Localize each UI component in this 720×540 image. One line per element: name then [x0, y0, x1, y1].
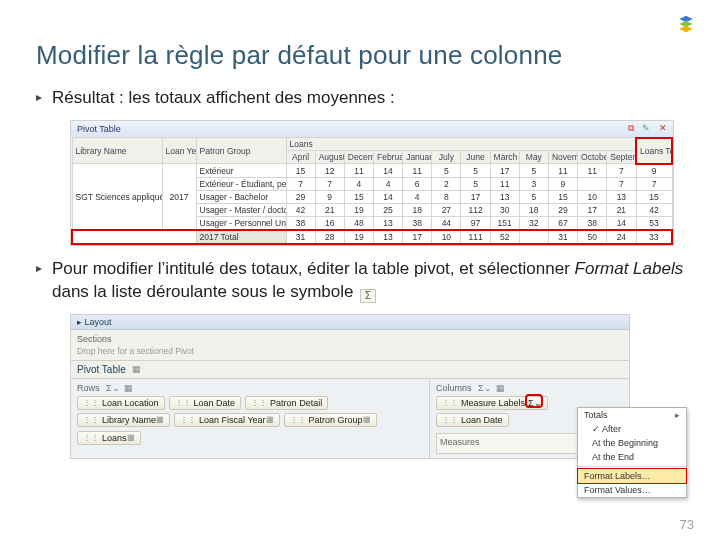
fig1-month-header: November	[548, 151, 577, 164]
bullet-mark: ▸	[36, 90, 52, 104]
svg-marker-2	[679, 26, 692, 33]
menu-after[interactable]: ✓ After	[578, 422, 686, 436]
fig1-title: Pivot Table	[77, 124, 121, 134]
properties-icon[interactable]: ▦	[496, 383, 505, 393]
pivot-table-tab[interactable]: Pivot Table	[77, 364, 126, 375]
menu-at-beginning[interactable]: At the Beginning	[578, 436, 686, 450]
fig1-month-header: April	[286, 151, 315, 164]
columns-label: Columns Σ⌄ ▦	[436, 383, 623, 393]
close-icon: ✕	[659, 123, 667, 133]
chip-loan-date[interactable]: ⋮⋮Loan Date	[436, 413, 509, 427]
fig1-month-header: June	[461, 151, 490, 164]
properties-icon[interactable]: ▦	[132, 364, 141, 374]
chip-row-header[interactable]: ⋮⋮Loan Location	[77, 396, 165, 410]
page-number: 73	[680, 517, 694, 532]
pencil-icon: ✎	[642, 123, 650, 133]
chip-measure-labels[interactable]: ⋮⋮Measure LabelsΣ⌄	[436, 396, 548, 410]
chip-row-header[interactable]: ⋮⋮Patron Detail	[245, 396, 328, 410]
grip-icon: ⋮⋮	[290, 415, 306, 424]
grip-icon: ⋮⋮	[83, 398, 99, 407]
menu-format-labels[interactable]: Format Labels…	[577, 468, 687, 484]
bullet-mark: ▸	[36, 261, 52, 275]
properties-icon[interactable]: ▦	[124, 383, 133, 393]
chip-row-value[interactable]: ⋮⋮Patron Group ▦	[284, 413, 377, 427]
sigma-dropdown-menu: Totals ✓ After At the Beginning At the E…	[577, 407, 687, 498]
fig1-month-header: October	[578, 151, 607, 164]
copy-icon: ⧉	[628, 123, 634, 133]
fig1-month-header: February	[373, 151, 402, 164]
bullet-2: Pour modifier l’intitulé des totaux, édi…	[52, 258, 684, 304]
figure-layout-panel: ▸ Layout Sections Drop here for a sectio…	[70, 314, 630, 459]
sigma-icon[interactable]: Σ⌄	[478, 383, 492, 393]
fig1-month-header: January	[403, 151, 432, 164]
fig1-month-header: July	[432, 151, 461, 164]
fig1-month-header: Septembe	[607, 151, 636, 164]
table-row: SGT Sciences appliquées et2017Extérieur1…	[72, 164, 672, 178]
figure-pivot-result: Pivot Table ⧉ ✎ ✕ Library Name Loan Year…	[70, 120, 674, 246]
layout-header: ▸ Layout	[71, 315, 629, 330]
logo	[676, 14, 696, 34]
page-title: Modifier la règle par défaut pour une co…	[36, 40, 684, 71]
chip-row-value[interactable]: ⋮⋮Library Name ▦	[77, 413, 170, 427]
menu-totals[interactable]: Totals	[578, 408, 686, 422]
grip-icon: ⋮⋮	[83, 415, 99, 424]
bullet-1: Résultat : les totaux affichent des moye…	[52, 87, 395, 110]
fig1-month-header: May	[519, 151, 548, 164]
sections-hint: Drop here for a sectioned Pivot	[77, 346, 623, 356]
menu-format-values[interactable]: Format Values…	[578, 483, 686, 497]
fig1-month-header: August	[315, 151, 344, 164]
grip-icon: ⋮⋮	[175, 398, 191, 407]
chip-row-value[interactable]: ⋮⋮Loan Fiscal Year ▦	[174, 413, 280, 427]
grip-icon: ⋮⋮	[83, 433, 99, 442]
rows-label: Rows Σ⌄ ▦	[77, 383, 423, 393]
sections-label: Sections	[77, 334, 623, 344]
sigma-icon[interactable]: Σ⌄	[106, 383, 120, 393]
fig1-month-header: March	[490, 151, 519, 164]
chip-row-value[interactable]: ⋮⋮Loans ▦	[77, 431, 141, 445]
fig1-toolbar-icons: ⧉ ✎ ✕	[622, 123, 667, 134]
chip-row-header[interactable]: ⋮⋮Loan Date	[169, 396, 242, 410]
grip-icon: ⋮⋮	[251, 398, 267, 407]
grip-icon: ⋮⋮	[442, 398, 458, 407]
sigma-icon: Σ	[360, 289, 376, 303]
fig1-month-header: December	[344, 151, 373, 164]
grip-icon: ⋮⋮	[442, 415, 458, 424]
grip-icon: ⋮⋮	[180, 415, 196, 424]
menu-at-end[interactable]: At the End	[578, 450, 686, 464]
